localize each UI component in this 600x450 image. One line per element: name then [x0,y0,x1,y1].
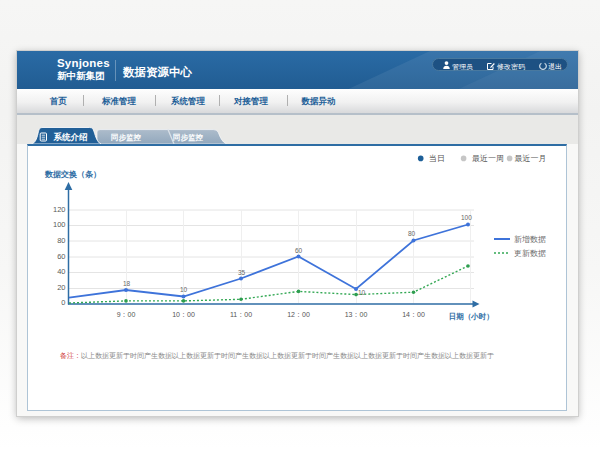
svg-text:13：00: 13：00 [345,311,368,318]
svg-text:80: 80 [408,230,416,237]
svg-text:更新数据: 更新数据 [514,249,546,258]
svg-text:35: 35 [238,269,246,276]
svg-text:9：00: 9：00 [117,311,136,318]
svg-text:80: 80 [57,236,65,245]
svg-text:14：00: 14：00 [402,311,425,318]
svg-text:数据交换（条）: 数据交换（条） [44,170,101,179]
svg-text:120: 120 [53,205,66,214]
svg-text:0: 0 [61,298,65,307]
svg-text:100: 100 [461,214,472,221]
svg-text:20: 20 [57,283,65,292]
svg-text:10: 10 [358,289,366,296]
svg-text:10: 10 [180,286,188,293]
svg-text:18: 18 [123,280,131,287]
svg-text:最近一周: 最近一周 [472,154,504,163]
svg-text:当日: 当日 [429,154,445,163]
svg-text:同步监控: 同步监控 [173,133,204,142]
svg-text:12：00: 12：00 [287,311,310,318]
svg-text:100: 100 [53,220,66,229]
svg-text:60: 60 [57,252,65,261]
svg-text:11：00: 11：00 [230,311,252,318]
svg-text:同步监控: 同步监控 [111,133,142,142]
svg-text:60: 60 [295,247,303,254]
svg-text:新增数据: 新增数据 [514,235,546,244]
svg-text:系统介绍: 系统介绍 [53,132,89,142]
svg-text:40: 40 [57,267,65,276]
svg-text:最近一月: 最近一月 [515,154,547,163]
svg-text:10：00: 10：00 [172,311,195,318]
svg-text:日期（小时）: 日期（小时） [449,312,494,321]
